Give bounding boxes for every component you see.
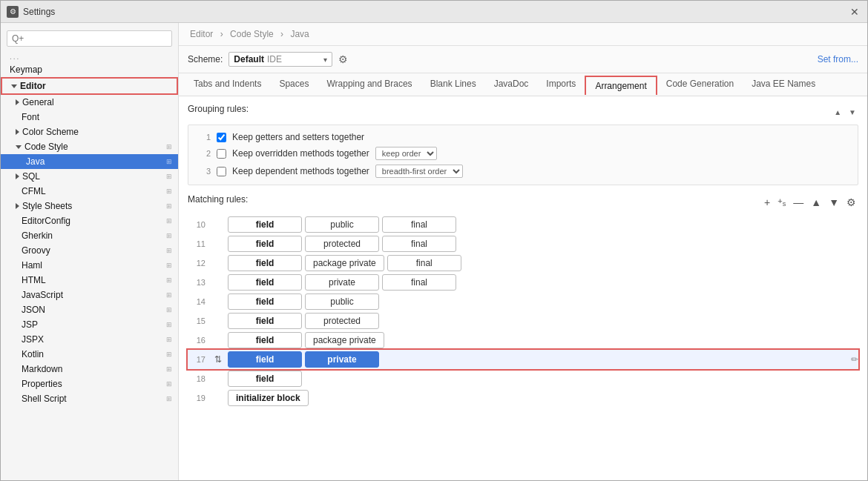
row-12-package-private[interactable]: package private — [305, 255, 384, 271]
rule-2-select[interactable]: keep order — [375, 147, 437, 160]
breadcrumb-editor[interactable]: Editor — [190, 29, 213, 39]
tab-imports[interactable]: Imports — [537, 73, 585, 96]
add-rule-button[interactable]: + — [762, 196, 772, 209]
sidebar-section-editor[interactable]: Editor — [1, 77, 178, 95]
rule-3-select[interactable]: breadth-first order — [375, 165, 463, 178]
edit-icon-17[interactable]: ✏ — [851, 354, 858, 365]
sidebar-font-label: Font — [22, 112, 39, 122]
tab-tabs-indents[interactable]: Tabs and Indents — [185, 73, 270, 96]
sidebar-editor-config-label: EditorConfig — [22, 216, 70, 226]
sidebar-item-java[interactable]: Java ⊞ — [1, 154, 178, 169]
row-15-protected[interactable]: protected — [305, 313, 379, 329]
copy-icon-shell-script: ⊞ — [166, 395, 172, 402]
sidebar-item-markdown[interactable]: Markdown ⊞ — [1, 362, 178, 376]
breadcrumb-java[interactable]: Java — [290, 29, 309, 39]
row-17-field[interactable]: field — [228, 351, 302, 368]
row-19-initializer-block[interactable]: initializer block — [228, 390, 309, 406]
rule-num-2: 2 — [196, 149, 211, 158]
sidebar-item-gherkin[interactable]: Gherkin ⊞ — [1, 228, 178, 243]
sidebar-item-jsp[interactable]: JSP ⊞ — [1, 317, 178, 332]
row-10-public[interactable]: public — [305, 216, 379, 233]
close-button[interactable]: ✕ — [848, 5, 861, 19]
sidebar-item-shell-script[interactable]: Shell Script ⊞ — [1, 391, 178, 406]
rule-3-checkbox[interactable] — [217, 167, 226, 176]
sidebar-item-html[interactable]: HTML ⊞ — [1, 273, 178, 288]
sidebar-item-keymap[interactable]: Keymap — [1, 62, 178, 77]
grouping-down-button[interactable]: ▼ — [846, 107, 858, 117]
matching-table: 10 field public final 11 field protected… — [188, 215, 858, 408]
sidebar-json-label: JSON — [22, 305, 45, 315]
row-num-10: 10 — [188, 220, 208, 229]
matching-row-10: 10 field public final — [188, 215, 858, 234]
add-sub-button[interactable]: +s — [775, 196, 788, 208]
window-title: Settings — [23, 7, 844, 17]
breadcrumb-code-style[interactable]: Code Style — [230, 29, 274, 39]
matching-rules-header: Matching rules: + +s — ▲ ▼ ⚙ — [188, 194, 858, 210]
sidebar-item-color-scheme[interactable]: Color Scheme — [1, 125, 178, 139]
sidebar-item-kotlin[interactable]: Kotlin ⊞ — [1, 347, 178, 362]
expand-arrow-icon3 — [16, 145, 22, 149]
sidebar-item-keymap-label: Keymap — [10, 64, 42, 75]
sidebar-item-cfml[interactable]: CFML ⊞ — [1, 184, 178, 199]
row-12-final[interactable]: final — [387, 255, 461, 271]
sidebar-item-sql[interactable]: SQL ⊞ — [1, 169, 178, 184]
tab-javadoc[interactable]: JavaDoc — [485, 73, 538, 96]
sidebar-item-groovy[interactable]: Groovy ⊞ — [1, 243, 178, 258]
sidebar-item-jspx[interactable]: JSPX ⊞ — [1, 332, 178, 347]
sidebar-javascript-label: JavaScript — [22, 290, 63, 300]
matching-row-12: 12 field package private final — [188, 253, 858, 273]
scheme-select[interactable]: Default IDE ▾ — [228, 52, 332, 67]
tab-code-generation[interactable]: Code Generation — [657, 73, 743, 96]
tab-java-ee-names[interactable]: Java EE Names — [743, 73, 824, 96]
sidebar-item-properties[interactable]: Properties ⊞ — [1, 376, 178, 391]
tab-arrangement[interactable]: Arrangement — [585, 76, 657, 95]
copy-icon-jspx: ⊞ — [166, 336, 172, 343]
remove-rule-button[interactable]: — — [791, 196, 806, 209]
settings-rule-button[interactable]: ⚙ — [844, 196, 858, 209]
move-down-button[interactable]: ▼ — [826, 196, 841, 209]
row-16-field[interactable]: field — [228, 332, 302, 348]
copy-icon-haml: ⊞ — [166, 262, 172, 269]
row-13-private[interactable]: private — [305, 274, 379, 291]
rule-3-text: Keep dependent methods together — [232, 166, 369, 176]
main-content: ... Keymap Editor General Font C — [1, 23, 867, 480]
row-15-field[interactable]: field — [228, 313, 302, 329]
sidebar-item-general[interactable]: General — [1, 95, 178, 110]
expand-arrow-icon4 — [16, 173, 19, 179]
rule-1-checkbox[interactable] — [217, 133, 226, 142]
copy-icon-kotlin: ⊞ — [166, 351, 172, 358]
row-14-public[interactable]: public — [305, 293, 379, 310]
row-11-final[interactable]: final — [382, 236, 456, 252]
sidebar-item-font[interactable]: Font — [1, 110, 178, 125]
row-10-field[interactable]: field — [228, 216, 302, 233]
search-input[interactable] — [7, 30, 172, 47]
row-13-field[interactable]: field — [228, 274, 302, 291]
tab-wrapping-braces[interactable]: Wrapping and Braces — [318, 73, 421, 96]
grouping-rule-2: 2 Keep overridden methods together keep … — [196, 145, 850, 162]
sidebar-item-haml[interactable]: Haml ⊞ — [1, 258, 178, 273]
row-16-package-private[interactable]: package private — [305, 332, 384, 348]
sidebar-item-javascript[interactable]: JavaScript ⊞ — [1, 288, 178, 302]
gear-icon[interactable]: ⚙ — [338, 53, 348, 65]
grouping-up-button[interactable]: ▲ — [832, 107, 844, 117]
rule-2-checkbox[interactable] — [217, 149, 226, 159]
sidebar-item-editor-config[interactable]: EditorConfig ⊞ — [1, 213, 178, 228]
row-13-final[interactable]: final — [382, 274, 456, 291]
row-17-private[interactable]: private — [305, 351, 379, 368]
copy-icon-javascript: ⊞ — [166, 291, 172, 299]
copy-icon-cfml: ⊞ — [166, 188, 172, 195]
tab-spaces[interactable]: Spaces — [270, 73, 318, 96]
sidebar-item-code-style[interactable]: Code Style ⊞ — [1, 139, 178, 154]
move-up-button[interactable]: ▲ — [809, 196, 823, 209]
row-12-field[interactable]: field — [228, 255, 302, 271]
row-11-field[interactable]: field — [228, 236, 302, 252]
sidebar-item-json[interactable]: JSON ⊞ — [1, 302, 178, 317]
row-18-field[interactable]: field — [228, 371, 302, 387]
matching-row-16: 16 field package private — [188, 331, 858, 350]
row-10-final[interactable]: final — [382, 216, 456, 233]
tab-blank-lines[interactable]: Blank Lines — [421, 73, 485, 96]
set-from-link[interactable]: Set from... — [818, 54, 858, 64]
row-14-field[interactable]: field — [228, 293, 302, 310]
sidebar-item-style-sheets[interactable]: Style Sheets ⊞ — [1, 199, 178, 213]
row-11-protected[interactable]: protected — [305, 236, 379, 252]
